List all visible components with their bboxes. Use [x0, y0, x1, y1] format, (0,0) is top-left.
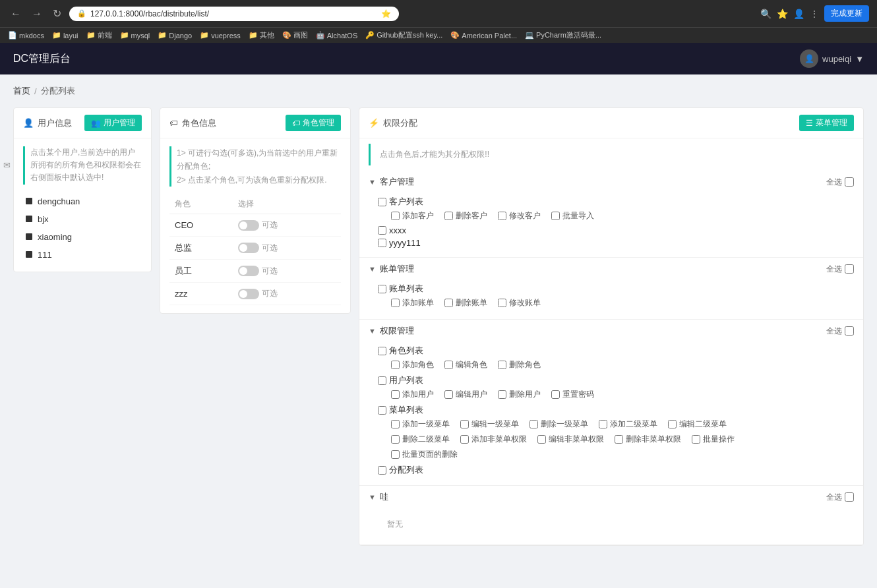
chevron-down-icon: ▼ — [369, 493, 376, 501]
perm-checkbox[interactable] — [378, 466, 386, 475]
perm-checkbox[interactable] — [444, 361, 453, 369]
perm-children-row2: 删除二级菜单 添加非菜单权限 编辑非菜单权限 删除非菜单权限 — [378, 434, 854, 445]
perm-checkbox[interactable] — [668, 420, 677, 428]
refresh-button[interactable]: ↻ — [50, 6, 64, 21]
perm-checkbox[interactable] — [378, 406, 386, 415]
perm-parent-item: 用户列表 — [378, 374, 854, 386]
perm-checkbox[interactable] — [378, 376, 386, 385]
perm-checkbox[interactable] — [444, 299, 453, 307]
section-header-customer[interactable]: ▼ 客户管理 全选 — [359, 171, 863, 193]
menu-icon[interactable]: ⋮ — [810, 9, 819, 19]
user-panel-title: 👤 用户信息 — [23, 117, 72, 129]
table-row[interactable]: zzz 可选 — [169, 283, 341, 305]
role-panel-title: 🏷 角色信息 — [169, 117, 216, 129]
bookmark-vuepress[interactable]: 📁 vuepress — [200, 31, 241, 40]
user-list-item[interactable]: dengchuan — [23, 192, 142, 210]
bookmark-american[interactable]: 🎨 American Palet... — [450, 31, 517, 40]
perm-checkbox[interactable] — [498, 212, 506, 220]
search-icon[interactable]: 🔍 — [760, 9, 771, 19]
perm-checkbox[interactable] — [444, 390, 453, 399]
role-toggle[interactable] — [238, 289, 259, 299]
perm-checkbox[interactable] — [460, 420, 469, 428]
breadcrumb-current: 分配列表 — [41, 85, 75, 97]
forward-button[interactable]: → — [29, 7, 45, 21]
user-manage-button[interactable]: 👥 用户管理 — [84, 115, 142, 131]
perm-checkbox[interactable] — [551, 390, 560, 399]
perm-checkbox[interactable] — [391, 390, 400, 399]
perm-checkbox[interactable] — [444, 212, 453, 220]
bookmark-mysql[interactable]: 📁 mysql — [120, 31, 150, 40]
sidebar-toggle-icon[interactable]: ✉ — [0, 152, 13, 178]
back-button[interactable]: ← — [8, 7, 24, 21]
perm-child-item: 批量页面的删除 — [391, 449, 458, 460]
role-toggle[interactable] — [238, 266, 259, 276]
permission-panel-title: ⚡ 权限分配 — [369, 117, 417, 129]
star-icon[interactable]: ⭐ — [777, 9, 788, 19]
user-list-item[interactable]: 111 — [23, 246, 142, 264]
perm-checkbox[interactable] — [460, 435, 469, 444]
user-menu[interactable]: 👤 wupeiqi ▼ — [800, 49, 864, 68]
table-row[interactable]: 总监 可选 — [169, 237, 341, 260]
user-list-item[interactable]: xiaoming — [23, 228, 142, 246]
perm-checkbox[interactable] — [378, 198, 386, 206]
bookmark-mkdocs[interactable]: 📄 mkdocs — [8, 31, 44, 40]
perm-checkbox[interactable] — [551, 212, 560, 220]
role-manage-button[interactable]: 🏷 角色管理 — [286, 115, 341, 131]
select-all-checkbox[interactable] — [845, 492, 854, 502]
select-all-checkbox[interactable] — [845, 264, 854, 274]
perm-children: 添加账单 删除账单 修改账单 — [378, 297, 854, 309]
select-all-checkbox[interactable] — [845, 177, 854, 187]
perm-checkbox[interactable] — [537, 435, 546, 444]
perm-children: 添加客户 删除客户 修改客户 批量导入 — [378, 210, 854, 221]
perm-checkbox[interactable] — [378, 226, 386, 235]
perm-checkbox[interactable] — [391, 212, 400, 220]
bookmark-draw[interactable]: 🎨 画图 — [282, 30, 308, 40]
section-header-wat[interactable]: ▼ 哇 全选 — [359, 486, 863, 508]
bookmark-github[interactable]: 🔑 Github配置ssh key... — [365, 30, 442, 40]
bookmark-alchat[interactable]: 🤖 AlchatOS — [316, 31, 357, 40]
section-header-perm[interactable]: ▼ 权限管理 全选 — [359, 320, 863, 342]
section-header-bill[interactable]: ▼ 账单管理 全选 — [359, 258, 863, 280]
breadcrumb-home[interactable]: 首页 — [13, 85, 30, 97]
table-row[interactable]: CEO 可选 — [169, 214, 341, 237]
permission-section-wat: ▼ 哇 全选 暂无 — [359, 486, 863, 545]
update-button[interactable]: 完成更新 — [824, 5, 869, 22]
perm-checkbox[interactable] — [378, 347, 386, 355]
select-all-wrap: 全选 — [826, 177, 854, 188]
perm-checkbox[interactable] — [498, 299, 506, 307]
user-list-item[interactable]: bjx — [23, 210, 142, 228]
perm-checkbox[interactable] — [498, 390, 506, 399]
perm-checkbox[interactable] — [529, 420, 538, 428]
main-content: 首页 / 分配列表 👤 用户信息 👥 用户管理 点击某个用户,当前选中的用户所拥… — [0, 74, 877, 588]
select-all-checkbox[interactable] — [845, 326, 854, 336]
user-dot-icon — [26, 198, 32, 204]
perm-checkbox[interactable] — [391, 435, 400, 444]
chevron-down-icon: ▼ — [369, 265, 376, 273]
permission-notice: 点击角色后,才能为其分配权限!! — [369, 144, 854, 165]
bookmark-django[interactable]: 📁 Django — [158, 31, 192, 40]
bookmark-frontend[interactable]: 📁 前端 — [86, 30, 112, 40]
toggle-wrap: 可选 — [238, 220, 336, 231]
table-row[interactable]: 员工 可选 — [169, 260, 341, 283]
perm-child-item: 添加非菜单权限 — [460, 434, 527, 445]
bookmark-layui[interactable]: 📁 layui — [52, 31, 78, 40]
perm-checkbox[interactable] — [615, 435, 623, 444]
role-toggle[interactable] — [238, 243, 259, 253]
perm-checkbox[interactable] — [599, 420, 607, 428]
perm-child-item: 删除账单 — [444, 297, 487, 309]
url-bar[interactable]: 🔒 127.0.0.1:8000/rbac/distribute/list/ ⭐ — [69, 7, 399, 21]
perm-checkbox[interactable] — [391, 299, 400, 307]
perm-checkbox[interactable] — [391, 420, 400, 428]
bookmark-pycharm[interactable]: 💻 PyCharm激活码最... — [525, 30, 601, 40]
perm-checkbox[interactable] — [378, 239, 386, 247]
perm-checkbox[interactable] — [498, 361, 506, 369]
perm-checkbox[interactable] — [378, 285, 386, 293]
perm-checkbox[interactable] — [391, 361, 400, 369]
perm-checkbox[interactable] — [692, 435, 700, 444]
account-icon[interactable]: 👤 — [793, 9, 804, 19]
role-toggle[interactable] — [238, 220, 259, 231]
menu-manage-button[interactable]: ☰ 菜单管理 — [799, 115, 854, 131]
role-panel-notice: 1> 可进行勾选(可多选),为当前选中的用户重新分配角色; 2> 点击某个角色,… — [169, 146, 341, 187]
perm-checkbox[interactable] — [391, 450, 400, 459]
bookmark-other[interactable]: 📁 其他 — [249, 30, 274, 40]
